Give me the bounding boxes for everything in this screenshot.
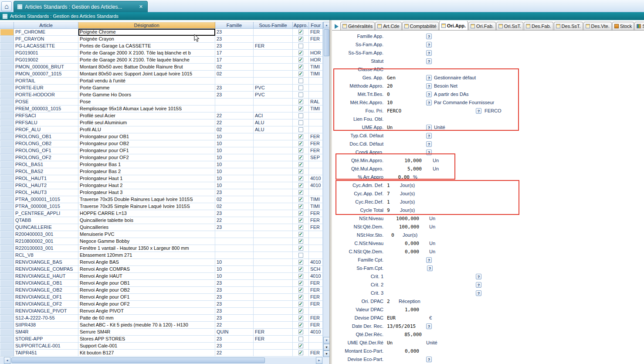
cell-famille[interactable]: 10 (215, 266, 254, 273)
cell-article[interactable]: PORTE-EUR (14, 85, 78, 92)
cell-appro[interactable] (293, 259, 309, 266)
row-selector[interactable] (0, 238, 14, 245)
table-row[interactable]: PF_CRAYONPoignée Crayon23FER (0, 36, 323, 43)
field-value[interactable]: 0,000 (363, 239, 419, 248)
cell-fournisseur[interactable] (309, 119, 323, 126)
appro-checkbox[interactable] (298, 190, 303, 195)
cell-designation[interactable]: Porte de Garage 2000 X 2100. Tôle laq bl… (78, 50, 215, 57)
cell-article[interactable]: TAIPR451 (14, 350, 78, 357)
appro-checkbox[interactable] (298, 162, 303, 167)
cell-appro[interactable] (293, 217, 309, 224)
table-row[interactable]: PG019001Porte de Garage 2000 X 2100. Tôl… (0, 50, 323, 57)
cell-designation[interactable]: Renvoi Angle COMPAS (78, 266, 215, 273)
help-button[interactable]: ? (476, 108, 481, 114)
cell-designation[interactable]: Prolongateur pour OF2 (78, 154, 215, 161)
cell-sous-famille[interactable] (254, 343, 293, 350)
cell-fournisseur[interactable]: FER (309, 280, 323, 287)
cell-famille[interactable]: 22 (215, 119, 254, 126)
cell-designation[interactable]: Portes de Garage La CASSETTE (78, 43, 215, 50)
cell-appro[interactable] (293, 119, 309, 126)
row-selector[interactable] (0, 36, 14, 43)
cell-famille[interactable]: 22 (215, 217, 254, 224)
table-row[interactable]: R220100003_001Fenêtre 1 vantail - Hauteu… (0, 245, 323, 252)
cell-appro[interactable] (293, 175, 309, 182)
appro-checkbox[interactable] (298, 106, 303, 111)
help-button[interactable]: ? (426, 125, 432, 130)
table-row[interactable]: PROL_HAUT2Prolongateur Haut 2104010 (0, 182, 323, 189)
cell-sous-famille[interactable] (254, 238, 293, 245)
row-selector[interactable] (0, 252, 14, 259)
cell-fournisseur[interactable]: FER (309, 224, 323, 231)
appro-checkbox[interactable] (298, 288, 303, 293)
cell-article[interactable]: PTRA_000008_1015 (14, 203, 78, 210)
field-value[interactable]: Un (387, 339, 393, 347)
table-row[interactable]: R210800002_001Negoce Gamme Bobby (0, 238, 323, 245)
row-selector[interactable] (0, 308, 14, 315)
cell-appro[interactable] (293, 85, 309, 92)
help-button[interactable]: ? (426, 100, 432, 105)
cell-sous-famille[interactable] (254, 350, 293, 357)
header-designation[interactable]: Désignation (78, 22, 215, 29)
cell-designation[interactable]: Serrure SM4R (78, 329, 215, 336)
cell-sous-famille[interactable] (254, 140, 293, 147)
cell-famille[interactable]: 23 (215, 308, 254, 315)
cell-appro[interactable] (293, 147, 309, 154)
cell-article[interactable]: PROL_BAS2 (14, 168, 78, 175)
cell-sous-famille[interactable]: PVC (254, 85, 293, 92)
cell-fournisseur[interactable] (309, 336, 323, 343)
cell-fournisseur[interactable]: 4010 (309, 259, 323, 266)
cell-appro[interactable] (293, 43, 309, 50)
cell-sous-famille[interactable] (254, 315, 293, 322)
field-value[interactable]: 1000,000 (363, 214, 419, 223)
cell-article[interactable]: RENVOIANGLE_OF2 (14, 301, 78, 308)
row-selector[interactable] (0, 280, 14, 287)
field-value[interactable]: 0 (387, 90, 390, 99)
cell-designation[interactable]: Prolongateur Haut 1 (78, 175, 215, 182)
table-row[interactable]: PORTE-HODOORPorte Gamme Ho Doors23PVC (0, 92, 323, 99)
cell-fournisseur[interactable] (309, 231, 323, 238)
horizontal-scroll-thumb[interactable] (11, 357, 265, 363)
cell-fournisseur[interactable]: 4010 (309, 329, 323, 336)
appro-checkbox[interactable] (298, 281, 303, 286)
appro-checkbox[interactable] (298, 44, 303, 48)
cell-sous-famille[interactable]: FER (254, 336, 293, 343)
table-row[interactable]: PG-LACASSETTEPortes de Garage La CASSETT… (0, 43, 323, 50)
cell-fournisseur[interactable]: FER (309, 217, 323, 224)
field-value[interactable]: 100,000 (363, 223, 419, 231)
table-row[interactable]: RENVOIANGLE_OF2Renvoi Angle pour OF223FE… (0, 301, 323, 308)
cell-appro[interactable] (293, 126, 309, 133)
cell-sous-famille[interactable] (254, 50, 293, 57)
cell-article[interactable]: RENVOIANGLE_OF1 (14, 294, 78, 301)
help-button[interactable]: ? (426, 257, 432, 263)
cell-sous-famille[interactable] (254, 147, 293, 154)
cell-famille[interactable]: 22 (215, 350, 254, 357)
cell-sous-famille[interactable]: FER (254, 43, 293, 50)
table-row[interactable]: PRFSALUProfilé seul Aluminium22ALU (0, 119, 323, 126)
cell-sous-famille[interactable] (254, 294, 293, 301)
cell-article[interactable]: PROL_HAUT1 (14, 175, 78, 182)
cell-famille[interactable]: 23 (215, 336, 254, 343)
cell-famille[interactable] (215, 105, 254, 112)
cell-famille[interactable]: 10 (215, 147, 254, 154)
appro-checkbox[interactable] (298, 246, 303, 251)
cell-sous-famille[interactable]: ALU (254, 119, 293, 126)
row-selector[interactable] (0, 168, 14, 175)
cell-designation[interactable]: Pose (78, 99, 215, 105)
cell-famille[interactable] (215, 238, 254, 245)
cell-appro[interactable] (293, 231, 309, 238)
cell-fournisseur[interactable]: SCH (309, 266, 323, 273)
cell-sous-famille[interactable] (254, 29, 293, 36)
table-row[interactable]: RENVOIANGLE_OB2Renvoi Angle pour OB223FE… (0, 287, 323, 294)
cell-sous-famille[interactable]: FER (254, 329, 293, 336)
field-value[interactable]: 9 (387, 206, 390, 214)
appro-checkbox[interactable] (298, 337, 303, 341)
row-selector[interactable] (0, 203, 14, 210)
cell-designation[interactable]: Quincaillerie tablette bois (78, 217, 215, 224)
row-selector[interactable] (0, 196, 14, 203)
table-row[interactable]: PROLONG_OB2Prolongateur pour OB210FER (0, 140, 323, 147)
cell-famille[interactable]: 23 (215, 29, 254, 36)
cell-fournisseur[interactable] (309, 308, 323, 315)
field-value[interactable]: 0,00 (353, 173, 410, 181)
cell-article[interactable]: PROF_ALU (14, 126, 78, 133)
cell-fournisseur[interactable] (309, 252, 323, 259)
